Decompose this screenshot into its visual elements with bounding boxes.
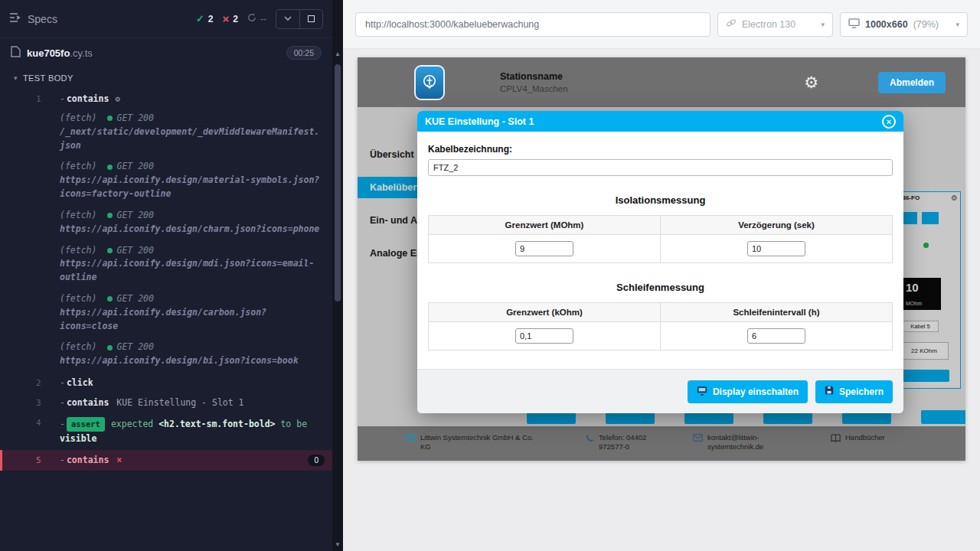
aut-topbar: Electron 130 ▾ 1000x660 (79%) ▾ bbox=[343, 0, 980, 49]
spec-name: kue705fo.cy.ts bbox=[27, 47, 93, 59]
gear-icon: ⚙ bbox=[115, 94, 120, 104]
assert-badge: assert bbox=[67, 417, 105, 432]
status-ok-dot bbox=[107, 345, 113, 350]
specs-button[interactable]: Specs bbox=[9, 12, 57, 25]
app-header: Stationsname CPLV4_Maschen ⚙ Abmelden bbox=[358, 57, 965, 107]
table-row bbox=[429, 235, 892, 262]
verzoegerung-input[interactable] bbox=[747, 241, 805, 256]
status-ok-dot bbox=[107, 165, 113, 170]
app-footer: Littwin Systemtechnik GmbH & Co. KG Tele… bbox=[358, 426, 965, 461]
chevron-down-icon: ▾ bbox=[14, 74, 18, 82]
element-count-badge: 0 bbox=[308, 455, 325, 466]
viewport-select[interactable]: 1000x660 (79%) ▾ bbox=[840, 12, 968, 37]
email-icon bbox=[693, 433, 703, 452]
stop-button[interactable] bbox=[299, 10, 322, 28]
scrollbar-thumb[interactable] bbox=[335, 64, 341, 302]
modal-title: KUE Einstellung - Slot 1 bbox=[425, 116, 534, 127]
grenzwert-mohm-input[interactable] bbox=[515, 241, 573, 256]
status-ok-dot bbox=[107, 116, 113, 121]
fetch-log-entry[interactable]: (fetch)GET 200 https://api.iconify.desig… bbox=[0, 241, 332, 289]
spec-timer: 00:25 bbox=[286, 46, 322, 60]
logout-button[interactable]: Abmelden bbox=[878, 72, 946, 93]
fetch-log-entry[interactable]: (fetch)GET 200 /_next/static/development… bbox=[0, 109, 332, 157]
close-icon[interactable]: × bbox=[882, 115, 896, 129]
chevron-down-icon: ▾ bbox=[956, 21, 959, 28]
floppy-icon bbox=[825, 386, 834, 397]
schleifenintervall-input[interactable] bbox=[747, 328, 805, 344]
failed-count: × 2 bbox=[223, 12, 238, 25]
modal-footer: Display einschalten Speichern bbox=[417, 369, 903, 413]
kue-settings-modal: KUE Einstellung - Slot 1 × Kabelbezeichn… bbox=[417, 111, 903, 413]
runner-topbar: Specs ✓ 2 × 2 -- bbox=[0, 0, 332, 38]
table-row bbox=[429, 322, 892, 350]
column-header: Grenzwert (kOhm) bbox=[429, 303, 660, 322]
spec-file-icon bbox=[11, 46, 21, 60]
table-header-row: Grenzwert (MOhm) Verzögerung (sek) bbox=[429, 216, 892, 235]
command-row-contains-failed[interactable]: 5 -contains× 0 bbox=[0, 450, 332, 471]
mail-icon bbox=[406, 433, 416, 452]
column-header: Schleifenintervall (h) bbox=[660, 303, 892, 322]
save-button[interactable]: Speichern bbox=[815, 380, 893, 403]
footer-email: kontakt@littwin-systemtechnik.de bbox=[693, 433, 777, 452]
settings-gear-icon[interactable]: ⚙ bbox=[804, 73, 818, 92]
station-info: Stationsname CPLV4_Maschen bbox=[500, 71, 568, 93]
aut-panel: Electron 130 ▾ 1000x660 (79%) ▾ Stations… bbox=[343, 0, 980, 551]
modal-body: Kabelbezeichnung: Isolationsmessung Gren… bbox=[417, 132, 903, 350]
viewport-icon bbox=[848, 18, 860, 31]
command-row-contains-1[interactable]: 1 -contains⚙ bbox=[0, 89, 332, 109]
display-on-button[interactable]: Display einschalten bbox=[688, 380, 808, 403]
runner-controls: ✓ 2 × 2 -- bbox=[196, 9, 323, 29]
book-icon bbox=[831, 433, 841, 445]
loop-section-title: Schleifenmessung bbox=[428, 282, 893, 293]
footer-phone: Telefon: 04402 972577-0 bbox=[586, 433, 670, 452]
littwin-logo bbox=[414, 65, 445, 100]
scroll-up-arrow[interactable]: ▲ bbox=[332, 51, 343, 57]
test-body-toggle[interactable]: ▾ TEST BODY bbox=[0, 67, 332, 89]
loop-table: Grenzwert (kOhm) Schleifenintervall (h) bbox=[428, 302, 893, 350]
command-row-contains-2[interactable]: 3 -containsKUE Einstellung - Slot 1 bbox=[0, 393, 332, 412]
monitor-icon bbox=[697, 386, 707, 398]
column-header: Verzögerung (sek) bbox=[660, 216, 892, 235]
reporter-scrollbar[interactable]: ▲ ▼ bbox=[332, 0, 343, 551]
kabelbezeichnung-input[interactable] bbox=[428, 159, 893, 176]
grenzwert-kohm-input[interactable] bbox=[515, 328, 573, 344]
spec-header: kue705fo.cy.ts 00:25 bbox=[0, 38, 332, 67]
fetch-log-entry[interactable]: (fetch)GET 200 https://api.iconify.desig… bbox=[0, 289, 332, 337]
isolation-section-title: Isolationsmessung bbox=[428, 194, 893, 206]
specs-label: Specs bbox=[28, 13, 57, 25]
status-ok-dot bbox=[107, 248, 113, 253]
status-ok-dot bbox=[107, 296, 113, 302]
chevron-down-icon: ▾ bbox=[821, 21, 825, 28]
footer-manuals-link[interactable]: Handbücher bbox=[831, 433, 885, 445]
fetch-log-entry[interactable]: (fetch)GET 200 https://api.iconify.desig… bbox=[0, 206, 332, 241]
check-icon: ✓ bbox=[196, 13, 204, 24]
runner-buttons bbox=[276, 9, 323, 29]
retries-count: -- bbox=[247, 13, 266, 24]
command-log: ▾ TEST BODY 1 -contains⚙ (fetch)GET 200 … bbox=[0, 67, 332, 471]
phone-icon bbox=[586, 433, 594, 452]
modal-header: KUE Einstellung - Slot 1 × bbox=[417, 111, 903, 132]
scroll-down-arrow[interactable]: ▼ bbox=[332, 541, 343, 548]
app-under-test: Stationsname CPLV4_Maschen ⚙ Abmelden Üb… bbox=[358, 57, 965, 461]
electron-icon bbox=[726, 18, 737, 31]
browser-select[interactable]: Electron 130 ▾ bbox=[717, 12, 833, 37]
command-row-click[interactable]: 2 -click bbox=[0, 373, 332, 393]
command-row-assert[interactable]: 4 -assertexpected <h2.text-sm.font-bold>… bbox=[0, 412, 332, 450]
fetch-log-entry[interactable]: (fetch)GET 200 https://api.iconify.desig… bbox=[0, 157, 332, 205]
kabel-label: Kabelbezeichnung: bbox=[428, 144, 893, 155]
fetch-log-entry[interactable]: (fetch)GET 200 https://api.iconify.desig… bbox=[0, 337, 332, 373]
footer-company: Littwin Systemtechnik GmbH & Co. KG bbox=[406, 433, 536, 452]
stop-icon bbox=[308, 15, 315, 22]
chevron-down-icon bbox=[284, 16, 292, 21]
collapse-button[interactable] bbox=[276, 10, 299, 28]
url-input[interactable] bbox=[355, 12, 710, 37]
table-header-row: Grenzwert (kOhm) Schleifenintervall (h) bbox=[429, 303, 892, 322]
retry-icon bbox=[247, 13, 256, 24]
aut-viewport: Stationsname CPLV4_Maschen ⚙ Abmelden Üb… bbox=[343, 49, 980, 551]
cypress-reporter: Specs ✓ 2 × 2 -- bbox=[0, 0, 332, 551]
isolation-table: Grenzwert (MOhm) Verzögerung (sek) bbox=[428, 215, 893, 263]
specs-list-icon bbox=[9, 12, 21, 25]
status-ok-dot bbox=[107, 213, 113, 218]
column-header: Grenzwert (MOhm) bbox=[429, 216, 660, 235]
passed-count: ✓ 2 bbox=[196, 13, 214, 24]
